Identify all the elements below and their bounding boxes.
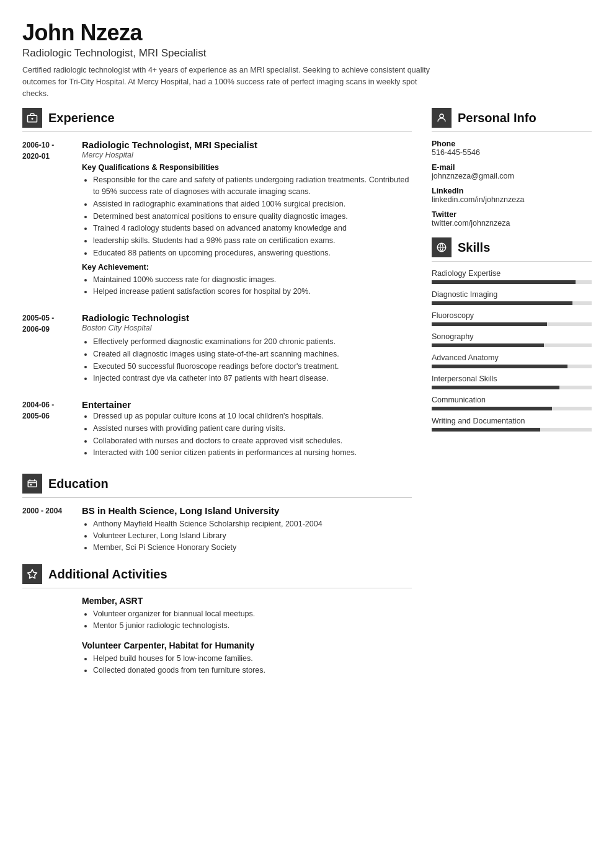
list-item: Created all diagnostic images using stat…: [93, 348, 412, 360]
additional-title: Additional Activities: [48, 567, 167, 582]
skill-bar-bg-6: [432, 407, 592, 410]
email-label: E-mail: [432, 163, 592, 172]
skill-name-5: Interpersonal Skills: [432, 374, 592, 383]
info-linkedin: LinkedIn linkedin.com/in/johnznzeza: [432, 187, 592, 204]
skill-bar-fill-7: [432, 428, 540, 432]
list-item: Collaborated with nurses and doctors to …: [93, 435, 412, 447]
list-item: Volunteer organizer for biannual local m…: [93, 608, 412, 620]
email-value: johnznzeza@gmail.com: [432, 172, 592, 180]
exp-entry-3: 2004-06 - 2005-06 Entertainer Dressed up…: [22, 399, 412, 463]
skill-item-0: Radiology Expertise: [432, 269, 592, 284]
edu-details-1: BS in Health Science, Long Island Univer…: [82, 505, 323, 553]
list-item: Responsible for the care and safety of p…: [93, 174, 412, 198]
act-bullets-1: Volunteer organizer for biannual local m…: [82, 608, 412, 632]
info-email: E-mail johnznzeza@gmail.com: [432, 163, 592, 180]
skill-bar-fill-6: [432, 407, 552, 410]
skill-item-6: Communication: [432, 396, 592, 410]
exp-achieve-heading-1: Key Achievement:: [82, 263, 412, 272]
candidate-summary: Certified radiologic technologist with 4…: [22, 64, 438, 99]
skill-name-3: Sonography: [432, 332, 592, 341]
skill-name-0: Radiology Expertise: [432, 269, 592, 278]
exp-achieve-list-1: Maintained 100% success rate for diagnos…: [82, 274, 412, 298]
education-header: Education: [22, 474, 412, 498]
list-item: Injected contrast dye via catheter into …: [93, 373, 412, 384]
list-item: Interacted with 100 senior citizen patie…: [93, 447, 412, 459]
skill-bar-fill-2: [432, 322, 547, 326]
additional-section: Additional Activities Member, ASRT Volun…: [22, 564, 412, 676]
list-item: Assisted nurses with providing patient c…: [93, 423, 412, 435]
skill-name-7: Writing and Documentation: [432, 417, 592, 425]
list-item: Effectively performed diagnostic examina…: [93, 336, 412, 348]
skill-bar-fill-3: [432, 343, 544, 347]
exp-entry-2: 2005-05 - 2006-09 Radiologic Technologis…: [22, 312, 412, 388]
additional-header: Additional Activities: [22, 564, 412, 588]
experience-header: Experience: [22, 108, 412, 132]
exp-date-1: 2006-10 - 2020-01: [22, 140, 72, 301]
list-item: Determined best anatomical positions to …: [93, 211, 412, 223]
exp-company-2: Boston City Hospital: [82, 324, 412, 332]
exp-qual-list-3: Dressed up as popular culture icons at 1…: [82, 410, 412, 459]
list-item: Volunteer Lecturer, Long Island Library: [93, 530, 323, 542]
info-phone: Phone 516-445-5546: [432, 140, 592, 157]
twitter-value: twitter.com/johnznzeza: [432, 219, 592, 228]
svg-rect-3: [28, 481, 37, 487]
skill-bar-fill-0: [432, 280, 576, 284]
personal-info-title: Personal Info: [458, 111, 536, 125]
skills-header: Skills: [432, 237, 592, 262]
skill-bar-bg-0: [432, 280, 592, 284]
skill-bar-bg-7: [432, 428, 592, 432]
skills-icon: [432, 237, 452, 257]
skill-bar-fill-1: [432, 301, 572, 305]
exp-details-3: Entertainer Dressed up as popular cultur…: [82, 399, 412, 463]
skill-name-6: Communication: [432, 396, 592, 404]
list-item: Anthony Mayfield Health Science Scholars…: [93, 518, 323, 530]
right-column: Personal Info Phone 516-445-5546 E-mail …: [432, 108, 592, 687]
svg-point-9: [440, 114, 443, 118]
svg-rect-7: [30, 484, 32, 485]
list-item: Educated 88 patients on upcoming procedu…: [93, 247, 412, 259]
skill-bar-bg-5: [432, 386, 592, 389]
skill-bar-bg-2: [432, 322, 592, 326]
skill-bar-bg-3: [432, 343, 592, 347]
linkedin-value: linkedin.com/in/johnznzeza: [432, 195, 592, 204]
skill-bar-bg-4: [432, 365, 592, 368]
list-item: Mentor 5 junior radiologic technologists…: [93, 620, 412, 632]
skill-item-5: Interpersonal Skills: [432, 374, 592, 389]
act-entry-2: Volunteer Carpenter, Habitat for Humanit…: [22, 640, 412, 676]
exp-details-2: Radiologic Technologist Boston City Hosp…: [82, 312, 412, 388]
list-item: Member, Sci Pi Science Honorary Society: [93, 542, 323, 554]
left-column: Experience 2006-10 - 2020-01 Radiologic …: [22, 108, 412, 687]
exp-details-1: Radiologic Technologist, MRI Specialist …: [82, 140, 412, 301]
exp-qual-list-1: Responsible for the care and safety of p…: [82, 174, 412, 259]
skill-name-1: Diagnostic Imaging: [432, 290, 592, 299]
act-title-1: Member, ASRT: [82, 596, 412, 606]
twitter-label: Twitter: [432, 210, 592, 219]
list-item: Helped increase patient satisfaction sco…: [93, 286, 412, 298]
act-entry-1: Member, ASRT Volunteer organizer for bia…: [22, 596, 412, 632]
candidate-name: John Nzeza: [22, 20, 592, 46]
exp-title-1: Radiologic Technologist, MRI Specialist: [82, 140, 412, 150]
personal-info-header: Personal Info: [432, 108, 592, 132]
act-title-2: Volunteer Carpenter, Habitat for Humanit…: [82, 640, 412, 650]
resume-header: John Nzeza Radiologic Technologist, MRI …: [22, 20, 592, 99]
skill-item-4: Advanced Anatomy: [432, 353, 592, 368]
exp-qual-list-2: Effectively performed diagnostic examina…: [82, 336, 412, 384]
personal-info-icon: [432, 108, 452, 128]
experience-section: Experience 2006-10 - 2020-01 Radiologic …: [22, 108, 412, 463]
skill-bar-bg-1: [432, 301, 592, 305]
education-icon: [22, 474, 42, 494]
exp-date-2: 2005-05 - 2006-09: [22, 312, 72, 388]
skill-item-1: Diagnostic Imaging: [432, 290, 592, 305]
list-item: Maintained 100% success rate for diagnos…: [93, 274, 412, 286]
exp-title-3: Entertainer: [82, 399, 412, 410]
exp-date-3: 2004-06 - 2005-06: [22, 399, 72, 463]
skill-item-3: Sonography: [432, 332, 592, 347]
list-item: Collected donated goods from ten furnitu…: [93, 665, 412, 676]
phone-label: Phone: [432, 140, 592, 148]
list-item: Trained 4 radiology students based on ad…: [93, 223, 412, 234]
list-item: Dressed up as popular culture icons at 1…: [93, 410, 412, 422]
experience-icon: [22, 108, 42, 128]
phone-value: 516-445-5546: [432, 148, 592, 157]
edu-date-1: 2000 - 2004: [22, 505, 72, 553]
skill-name-2: Fluoroscopy: [432, 311, 592, 320]
